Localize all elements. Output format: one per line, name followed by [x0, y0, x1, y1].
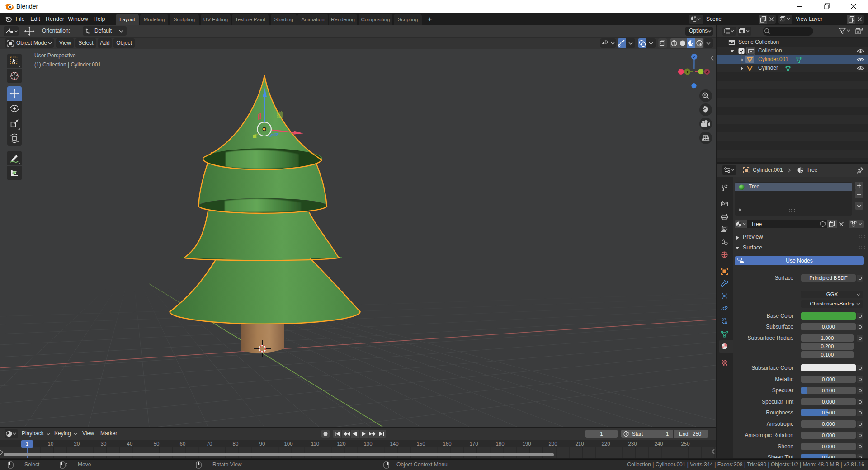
- svg-text:X: X: [706, 69, 709, 74]
- svg-text:Y: Y: [686, 69, 689, 74]
- svg-text:Z: Z: [693, 54, 696, 59]
